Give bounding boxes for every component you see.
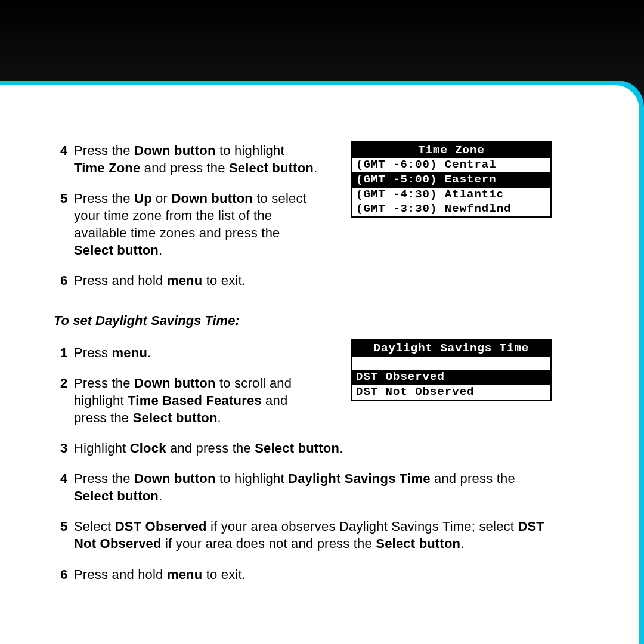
step-item: 6Press and hold menu to exit. xyxy=(54,566,620,583)
step-item: 6Press and hold menu to exit. xyxy=(54,272,620,289)
step-text: Press and hold menu to exit. xyxy=(74,566,246,583)
step-text: Press menu. xyxy=(74,344,151,361)
step-text: Select DST Observed if your area observe… xyxy=(74,518,545,552)
step-text: Press the Up or Down button to select yo… xyxy=(74,190,318,259)
step-text: Press the Down button to highlight Time … xyxy=(74,142,318,177)
lcd-blank-row xyxy=(352,356,550,370)
lcd-title: Daylight Savings Time xyxy=(352,340,550,356)
step-text: Press the Down button to highlight Dayli… xyxy=(74,470,545,504)
step-text: Press and hold menu to exit. xyxy=(74,272,246,289)
step-text: Highlight Clock and press the Select but… xyxy=(74,439,343,457)
section-heading-dst: To set Daylight Savings Time: xyxy=(54,313,620,329)
step-number: 2 xyxy=(54,374,74,426)
step-number: 6 xyxy=(54,566,74,583)
lcd-row: DST Not Observed xyxy=(352,385,550,400)
step-number: 4 xyxy=(54,470,74,504)
step-number: 1 xyxy=(54,344,74,361)
step-number: 5 xyxy=(54,518,74,552)
lcd-row-selected: DST Observed xyxy=(352,370,550,385)
manual-page: 4Press the Down button to highlight Time… xyxy=(0,85,639,644)
lcd-screenshot-timezone: Time Zone (GMT -6:00) Central(GMT -5:00)… xyxy=(351,141,552,218)
step-item: 3Highlight Clock and press the Select bu… xyxy=(54,439,620,457)
step-number: 3 xyxy=(54,439,74,457)
step-text: Press the Down button to scroll and high… xyxy=(74,374,318,426)
step-number: 5 xyxy=(54,190,74,259)
lcd-row: (GMT -4:30) Atlantic xyxy=(352,187,550,202)
lcd-screenshot-dst: Daylight Savings Time DST ObservedDST No… xyxy=(351,339,552,401)
step-number: 6 xyxy=(54,272,74,289)
step-number: 4 xyxy=(54,142,74,177)
lcd-title: Time Zone xyxy=(352,143,550,158)
page-content: 4Press the Down button to highlight Time… xyxy=(54,142,620,596)
lcd-row-selected: (GMT -5:00) Eastern xyxy=(352,172,550,187)
lcd-row: (GMT -3:30) Newfndlnd xyxy=(352,202,550,216)
step-item: 5Select DST Observed if your area observ… xyxy=(54,518,620,552)
lcd-row: (GMT -6:00) Central xyxy=(352,158,550,172)
step-item: 4Press the Down button to highlight Dayl… xyxy=(54,470,620,504)
